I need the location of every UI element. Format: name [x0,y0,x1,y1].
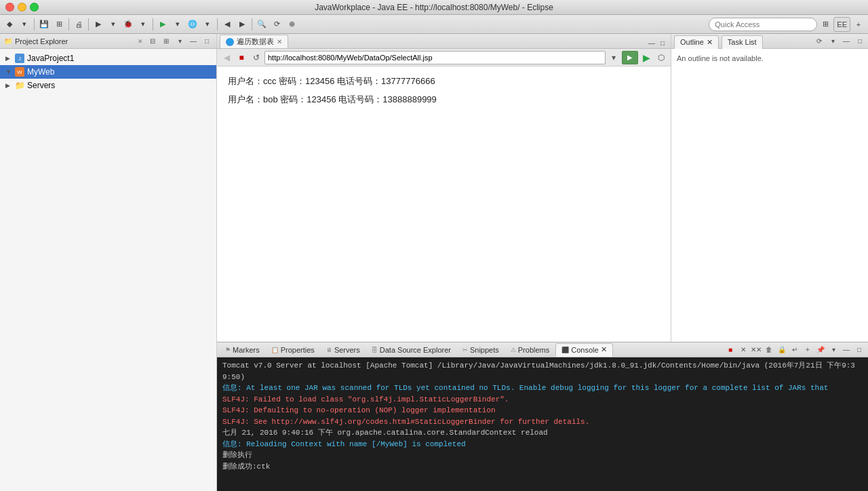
toolbar-separator-4 [153,18,153,31]
toolbar-separator-2 [68,18,69,31]
console-tab-properties[interactable]: 📋 Properties [266,343,320,357]
outline-view-menu-icon[interactable]: ▾ [827,36,838,47]
remove-all-button[interactable]: ✕✕ [750,344,762,356]
minimize-button[interactable] [18,3,26,12]
main-toolbar: ◆ ▾ 💾 ⊞ 🖨 ▶ ▾ 🐞 ▾ ▶ ▾ 🌐 ▾ ◀ ▶ 🔍 ⟳ ⊕ ⊞ EE… [0,15,868,34]
project-explorer-header: 📁 Project Explorer ✕ ⊟ ⊞ ▾ — □ [0,34,216,49]
tree-item-myweb[interactable]: ▼ W MyWeb [0,65,216,79]
outline-minimize-icon[interactable]: — [841,36,852,47]
open-perspective-button[interactable]: + [852,17,865,32]
project-tree: ▶ J JavaProject1 ▼ W MyWeb ▶ 📁 Se [0,49,216,491]
clear-console-button[interactable]: 🗑 [763,344,775,356]
extra-button[interactable]: ⊕ [285,17,298,32]
console-tab-markers[interactable]: ⚑ Markers [220,343,265,357]
console-content[interactable]: Tomcat v7.0 Server at localhost [Apache … [217,357,868,491]
run-server-button[interactable]: ▶ [156,17,170,32]
project-explorer-icon: 📁 [4,37,12,45]
collapse-all-icon[interactable]: ⊟ [147,36,158,47]
save-all-button[interactable]: ⊞ [52,17,66,32]
print-button[interactable]: 🖨 [72,17,85,32]
browser-content: 用户名：ccc 密码：123456 电话号码：13777776666 用户名：b… [217,66,671,342]
outline-tab-bar: Outline ✕ Task List [674,34,811,49]
browser-maximize-icon[interactable]: □ [657,37,668,48]
outline-message: An outline is not available. [677,54,764,62]
outline-tab[interactable]: Outline ✕ [674,35,719,49]
console-tab-console[interactable]: ⬛ Console ✕ [555,343,612,357]
browser-tab[interactable]: 🌐 遍历数据表 ✕ [220,35,288,48]
console-tab-datasource[interactable]: 🗄 Data Source Explorer [366,343,456,357]
maximize-button[interactable] [30,3,39,12]
content-line-1: 用户名：ccc 密码：123456 电话号码：13777776666 [228,75,660,89]
link-with-editor-icon[interactable]: ⊞ [161,36,172,47]
search-button[interactable]: 🔍 [255,17,269,32]
url-bar[interactable] [264,51,606,64]
refactor-button[interactable]: ⟳ [270,17,283,32]
project-icon-myweb: W [14,66,25,77]
scroll-lock-button[interactable]: 🔒 [776,344,788,356]
stop-button[interactable]: ■ [235,51,248,64]
new-console-button[interactable]: + [802,344,814,356]
task-list-tab-label: Task List [728,38,757,46]
save-button[interactable]: 💾 [37,17,51,32]
console-tab-bar: ⚑ Markers 📋 Properties 🖥 Servers 🗄 Data … [217,342,868,357]
open-external-button[interactable]: ⬡ [654,51,668,64]
pin-button[interactable]: 📌 [814,344,827,356]
console-tab-properties-label: Properties [281,346,315,354]
remove-launch-button[interactable]: ✕ [737,344,749,356]
run-server-dropdown[interactable]: ▾ [171,17,184,32]
debug-dropdown[interactable]: ▾ [136,17,150,32]
external-browser-dropdown[interactable]: ▾ [201,17,214,32]
console-tab-snippets[interactable]: ✂ Snippets [457,343,505,357]
console-maximize[interactable]: □ [853,344,865,356]
toolbar-separator-1 [34,18,35,31]
window-controls[interactable] [5,3,39,12]
main-layout: 📁 Project Explorer ✕ ⊟ ⊞ ▾ — □ ▶ J JavaP… [0,34,868,491]
outline-sync-icon[interactable]: ⟳ [814,36,825,47]
perspective-button[interactable]: ⊞ [818,17,832,32]
outline-panel: Outline ✕ Task List ⟳ ▾ — □ An outline i… [671,34,868,342]
browser-minimize-icon[interactable]: — [646,37,657,48]
new-button[interactable]: ◆ [3,17,16,32]
right-panel: 🌐 遍历数据表 ✕ — □ ◀ ■ ↺ ▾ ▶ ▶ [217,34,868,491]
run-in-browser-button[interactable]: ▶ [639,51,653,64]
minimize-panel-icon[interactable]: — [188,36,199,47]
bottom-area: ⚑ Markers 📋 Properties 🖥 Servers 🗄 Data … [217,342,868,491]
console-tab-servers-label: Servers [334,346,360,354]
tree-item-javaproject1[interactable]: ▶ J JavaProject1 [0,52,216,65]
view-menu-icon[interactable]: ▾ [174,36,185,47]
console-tab-close[interactable]: ✕ [601,345,607,354]
word-wrap-button[interactable]: ↵ [789,344,801,356]
outline-maximize-icon[interactable]: □ [854,36,865,47]
back-button[interactable]: ◀ [220,51,233,64]
debug-button[interactable]: 🐞 [121,17,135,32]
run-dropdown[interactable]: ▾ [106,17,120,32]
close-button[interactable] [5,3,14,12]
outline-header: Outline ✕ Task List ⟳ ▾ — □ [671,34,868,49]
pin-icon: ✕ [138,38,143,45]
console-tab-problems-label: Problems [518,346,549,354]
console-log-line-8: 删除成功:ctk [222,461,863,473]
quick-access-input[interactable] [709,18,817,31]
browser-tab-close[interactable]: ✕ [277,38,282,45]
outline-content: An outline is not available. [671,49,868,342]
maximize-panel-icon[interactable]: □ [201,36,212,47]
external-browser-button[interactable]: 🌐 [186,17,199,32]
go-button[interactable]: ▶ [622,51,638,64]
console-view-menu[interactable]: ▾ [827,344,840,356]
task-list-tab[interactable]: Task List [722,35,763,49]
run-last-button[interactable]: ▶ [92,17,105,32]
console-minimize[interactable]: — [840,344,852,356]
top-area: 🌐 遍历数据表 ✕ — □ ◀ ■ ↺ ▾ ▶ ▶ [217,34,868,342]
console-tab-problems[interactable]: ⚠ Problems [505,343,555,357]
prev-button[interactable]: ◀ [220,17,234,32]
next-button[interactable]: ▶ [235,17,249,32]
console-tab-servers[interactable]: 🖥 Servers [321,343,366,357]
outline-tab-close[interactable]: ✕ [707,38,713,47]
terminate-button[interactable]: ■ [724,344,736,356]
refresh-button[interactable]: ↺ [250,51,263,64]
url-dropdown-button[interactable]: ▾ [607,51,620,64]
perspective-ee-button[interactable]: EE [833,17,850,32]
new-dropdown[interactable]: ▾ [18,17,31,32]
tree-item-servers[interactable]: ▶ 📁 Servers [0,79,216,92]
console-log-line-5: 七月 21, 2016 9:40:16 下午 org.apache.catali… [222,427,863,439]
